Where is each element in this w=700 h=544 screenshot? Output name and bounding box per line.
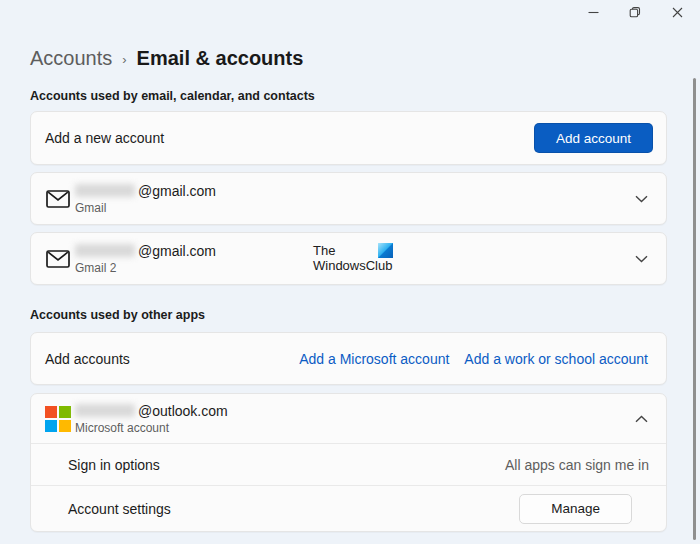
- sign-in-options-value: All apps can sign me in: [505, 457, 649, 473]
- add-accounts-label: Add accounts: [45, 351, 130, 367]
- add-new-account-row: Add a new account Add account: [30, 111, 667, 165]
- gmail-2-provider: Gmail 2: [75, 261, 216, 275]
- chevron-down-icon[interactable]: [635, 255, 648, 263]
- gmail-1-provider: Gmail: [75, 201, 216, 215]
- account-card-microsoft: @outlook.com Microsoft account Sign in o…: [30, 393, 667, 532]
- microsoft-logo-icon: [44, 406, 71, 432]
- chevron-down-icon[interactable]: [635, 195, 648, 203]
- microsoft-account-domain: @outlook.com: [138, 403, 228, 419]
- account-settings-label: Account settings: [68, 501, 171, 517]
- account-row-gmail-2[interactable]: @gmail.com Gmail 2: [30, 232, 667, 285]
- maximize-restore-button[interactable]: [614, 0, 656, 26]
- breadcrumb-separator-icon: ›: [122, 50, 126, 67]
- chevron-up-icon[interactable]: [635, 415, 648, 423]
- add-work-school-account-link[interactable]: Add a work or school account: [464, 351, 648, 367]
- minimize-button[interactable]: [572, 0, 614, 26]
- add-accounts-row: Add accounts Add a Microsoft account Add…: [30, 332, 667, 385]
- scrollbar[interactable]: [693, 78, 696, 540]
- manage-button[interactable]: Manage: [519, 494, 632, 524]
- titlebar: [0, 0, 700, 28]
- microsoft-account-info: @outlook.com Microsoft account: [44, 403, 228, 435]
- mail-icon: [44, 190, 71, 208]
- add-account-links: Add a Microsoft account Add a work or sc…: [299, 351, 648, 367]
- section-header-other-apps: Accounts used by other apps: [30, 308, 667, 324]
- section-header-email: Accounts used by email, calendar, and co…: [30, 89, 667, 105]
- mail-icon: [44, 250, 71, 268]
- gmail-1-info: @gmail.com Gmail: [44, 183, 216, 215]
- account-row-microsoft[interactable]: @outlook.com Microsoft account: [31, 394, 666, 443]
- add-new-account-label: Add a new account: [45, 130, 164, 146]
- close-button[interactable]: [656, 0, 698, 26]
- add-microsoft-account-link[interactable]: Add a Microsoft account: [299, 351, 449, 367]
- microsoft-account-provider: Microsoft account: [75, 421, 228, 435]
- settings-page: Accounts › Email & accounts Accounts use…: [0, 44, 700, 532]
- minimize-icon: [588, 4, 599, 22]
- restore-icon: [629, 4, 641, 22]
- account-settings-row: Account settings Manage: [31, 486, 666, 531]
- gmail-2-info: @gmail.com Gmail 2: [44, 243, 216, 275]
- sign-in-options-label: Sign in options: [68, 457, 160, 473]
- page-title: Email & accounts: [137, 47, 304, 70]
- redacted-username: [75, 184, 135, 197]
- breadcrumb: Accounts › Email & accounts: [30, 44, 667, 72]
- redacted-username: [75, 404, 135, 417]
- gmail-2-domain: @gmail.com: [138, 243, 216, 259]
- add-account-button[interactable]: Add account: [534, 123, 653, 153]
- close-icon: [672, 4, 683, 22]
- sign-in-options-row: Sign in options All apps can sign me in: [31, 444, 666, 485]
- redacted-username: [75, 244, 135, 257]
- breadcrumb-accounts[interactable]: Accounts: [30, 47, 112, 70]
- gmail-1-domain: @gmail.com: [138, 183, 216, 199]
- account-row-gmail-1[interactable]: @gmail.com Gmail: [30, 172, 667, 225]
